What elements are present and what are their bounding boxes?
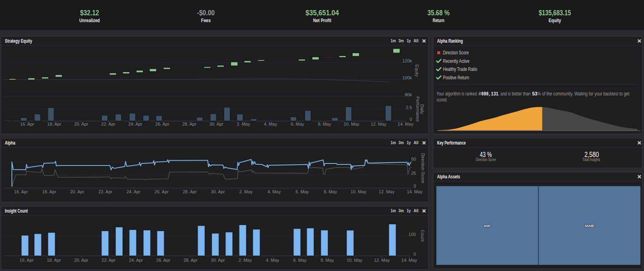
svg-text:All: All bbox=[414, 140, 419, 145]
svg-text:20. Apr: 20. Apr bbox=[74, 122, 88, 126]
svg-text:22. Apr: 22. Apr bbox=[101, 258, 116, 263]
svg-text:26. Apr: 26. Apr bbox=[155, 189, 169, 194]
svg-text:0: 0 bbox=[414, 184, 416, 188]
svg-text:6. May: 6. May bbox=[293, 258, 307, 263]
svg-text:120k: 120k bbox=[402, 58, 412, 63]
svg-text:14. May: 14. May bbox=[401, 258, 417, 263]
svg-text:14. May: 14. May bbox=[398, 122, 414, 126]
svg-text:4. May: 4. May bbox=[266, 258, 280, 263]
svg-text:0: 0 bbox=[413, 252, 416, 257]
svg-text:Fees: Fees bbox=[201, 18, 211, 23]
svg-text:1y: 1y bbox=[407, 208, 411, 213]
svg-text:50: 50 bbox=[411, 157, 416, 161]
svg-text:scored.: scored. bbox=[437, 97, 448, 103]
svg-text:Net Profit: Net Profit bbox=[313, 18, 331, 23]
svg-text:2.5: 2.5 bbox=[406, 105, 412, 110]
svg-text:12. May: 12. May bbox=[379, 189, 395, 194]
svg-text:Your algorithm is ranked: Your algorithm is ranked bbox=[437, 91, 477, 97]
svg-text:Direction Score: Direction Score bbox=[476, 157, 496, 162]
svg-text:All: All bbox=[414, 208, 419, 213]
svg-text:VIAB: VIAB bbox=[585, 223, 594, 228]
svg-text:$135,683.15: $135,683.15 bbox=[539, 8, 571, 17]
svg-text:24. Apr: 24. Apr bbox=[126, 189, 140, 194]
svg-text:10. May: 10. May bbox=[344, 122, 360, 126]
svg-text:10. May: 10. May bbox=[347, 258, 363, 263]
svg-text:18. Apr: 18. Apr bbox=[47, 122, 61, 126]
svg-text:Positive Return: Positive Return bbox=[443, 75, 469, 81]
svg-text:28. Apr: 28. Apr bbox=[184, 258, 198, 263]
svg-text:10. May: 10. May bbox=[351, 189, 367, 194]
svg-text:53: 53 bbox=[532, 91, 537, 97]
svg-text:16. Apr: 16. Apr bbox=[20, 258, 34, 263]
svg-text:Direction Score: Direction Score bbox=[443, 50, 469, 56]
svg-text:26. Apr: 26. Apr bbox=[156, 258, 170, 263]
svg-text:698,131: 698,131 bbox=[481, 91, 498, 97]
svg-text:Strategy Equity: Strategy Equity bbox=[5, 38, 33, 44]
svg-text:1m: 1m bbox=[391, 140, 396, 145]
svg-text:6. May: 6. May bbox=[295, 189, 309, 194]
svg-text:6. May: 6. May bbox=[291, 122, 304, 126]
svg-text:Unrealized: Unrealized bbox=[79, 18, 100, 23]
svg-text:$35,651.04: $35,651.04 bbox=[305, 8, 339, 17]
svg-text:18. Apr: 18. Apr bbox=[47, 258, 61, 263]
svg-text:2. May: 2. May bbox=[239, 189, 253, 194]
svg-text:30. Apr: 30. Apr bbox=[211, 189, 225, 194]
svg-text:Direction Score: Direction Score bbox=[421, 153, 425, 183]
svg-text:100k: 100k bbox=[402, 75, 412, 80]
svg-text:All: All bbox=[414, 38, 419, 43]
svg-text:25: 25 bbox=[411, 171, 416, 176]
svg-text:2. May: 2. May bbox=[237, 122, 250, 126]
svg-text:26. Apr: 26. Apr bbox=[155, 122, 169, 126]
svg-text:1m: 1m bbox=[391, 38, 396, 43]
svg-text:16. Apr: 16. Apr bbox=[20, 122, 34, 126]
svg-text:4. May: 4. May bbox=[264, 122, 277, 126]
svg-text:30. Apr: 30. Apr bbox=[209, 122, 223, 126]
svg-text:VIA: VIA bbox=[484, 223, 490, 228]
svg-text:28. Apr: 28. Apr bbox=[182, 122, 196, 126]
svg-text:Performance: Performance bbox=[415, 97, 420, 122]
svg-text:35.68 %: 35.68 % bbox=[427, 8, 450, 17]
svg-text:3m: 3m bbox=[398, 140, 404, 145]
svg-text:Count: Count bbox=[420, 230, 425, 242]
svg-text:8. May: 8. May bbox=[320, 258, 334, 263]
svg-text:14. May: 14. May bbox=[407, 189, 423, 194]
svg-text:Alpha Ranking: Alpha Ranking bbox=[437, 38, 463, 44]
svg-text:4. May: 4. May bbox=[267, 189, 281, 194]
svg-text:20. Apr: 20. Apr bbox=[70, 189, 84, 194]
svg-text:12. May: 12. May bbox=[374, 258, 390, 263]
svg-text:1y: 1y bbox=[407, 38, 411, 43]
svg-text:Return: Return bbox=[433, 18, 444, 23]
svg-text:30. Apr: 30. Apr bbox=[211, 258, 225, 263]
svg-text:Equity: Equity bbox=[415, 64, 419, 77]
svg-text:28. Apr: 28. Apr bbox=[183, 189, 197, 194]
svg-text:100: 100 bbox=[409, 232, 416, 237]
svg-text:18. Apr: 18. Apr bbox=[42, 189, 56, 194]
svg-text:80k: 80k bbox=[405, 92, 412, 97]
svg-text:24. Apr: 24. Apr bbox=[129, 258, 143, 263]
svg-text:2. May: 2. May bbox=[239, 258, 252, 263]
svg-text:Alpha: Alpha bbox=[5, 140, 16, 146]
svg-text:20. Apr: 20. Apr bbox=[74, 258, 88, 263]
svg-text:$32.12: $32.12 bbox=[80, 8, 99, 17]
svg-text:22. Apr: 22. Apr bbox=[101, 122, 116, 126]
svg-text:22. Apr: 22. Apr bbox=[98, 189, 112, 194]
svg-text:Key Performance: Key Performance bbox=[437, 140, 466, 146]
svg-text:3m: 3m bbox=[398, 208, 404, 213]
svg-text:Healthy Trade Ratio: Healthy Trade Ratio bbox=[443, 66, 477, 72]
svg-text:Alpha Assets: Alpha Assets bbox=[437, 174, 460, 180]
svg-text:1y: 1y bbox=[407, 140, 411, 145]
svg-text:Equity: Equity bbox=[549, 18, 561, 23]
svg-text:1m: 1m bbox=[391, 208, 396, 213]
svg-text:8. May: 8. May bbox=[324, 189, 337, 194]
svg-text:8. May: 8. May bbox=[318, 122, 332, 126]
svg-text:Total Insights: Total Insights bbox=[582, 157, 600, 162]
svg-text:16. Apr: 16. Apr bbox=[14, 189, 28, 194]
svg-text:, and is better than: , and is better than bbox=[498, 91, 530, 97]
svg-text:0: 0 bbox=[409, 117, 412, 122]
svg-text:-$0.00: -$0.00 bbox=[197, 8, 215, 17]
svg-text:Insight Count: Insight Count bbox=[5, 208, 28, 214]
svg-text:3m: 3m bbox=[398, 38, 404, 43]
svg-text:12. May: 12. May bbox=[371, 122, 387, 126]
svg-text:% of the community. Waiting fo: % of the community. Waiting for your bac… bbox=[537, 91, 630, 97]
svg-text:24. Apr: 24. Apr bbox=[128, 122, 142, 126]
